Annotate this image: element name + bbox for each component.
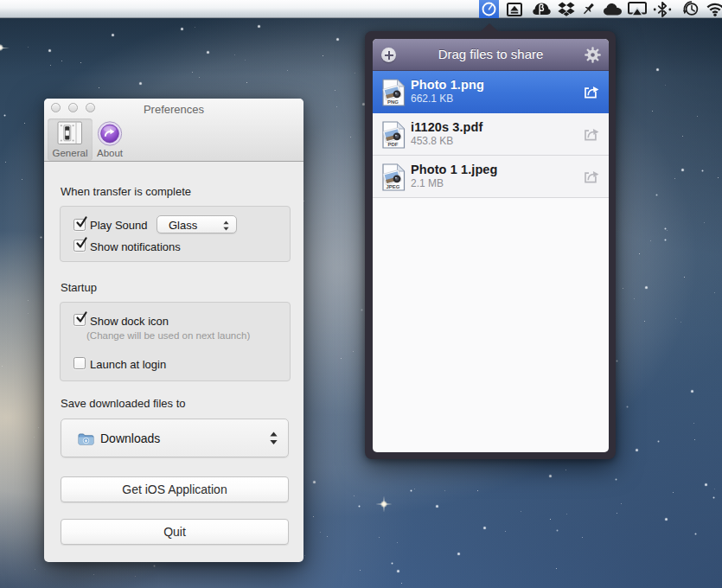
svg-text:PNG: PNG bbox=[387, 99, 399, 105]
svg-text:JPEG: JPEG bbox=[386, 184, 399, 189]
svg-text:PDF: PDF bbox=[388, 142, 399, 147]
